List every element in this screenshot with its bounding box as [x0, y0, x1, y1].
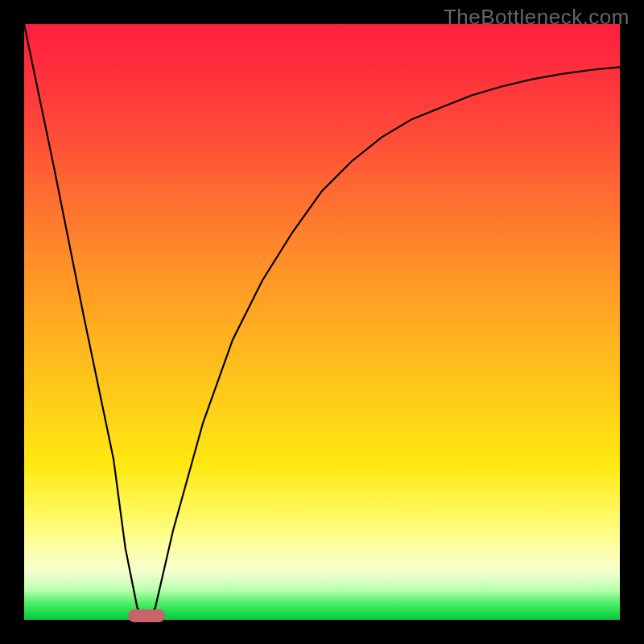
background-gradient [24, 24, 620, 620]
chart-frame: TheBottleneck.com [0, 0, 644, 644]
optimal-marker [128, 609, 165, 622]
plot-area [24, 24, 620, 620]
